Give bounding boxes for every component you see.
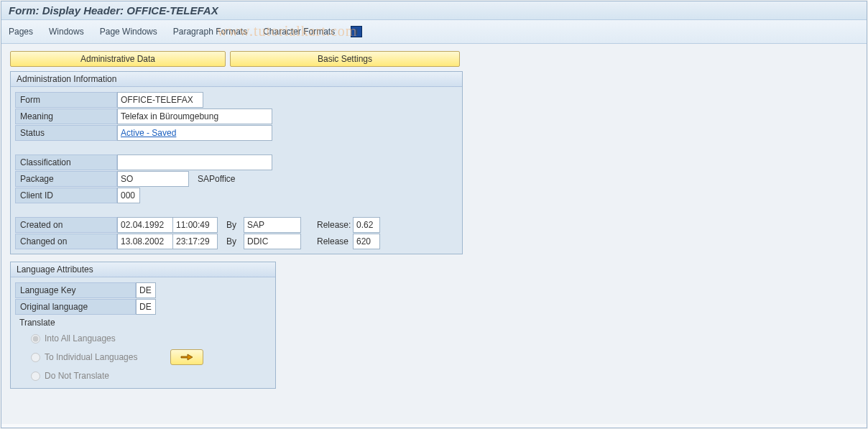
radio-label-none: Do Not Translate <box>45 371 109 381</box>
meaning-label: Meaning <box>15 109 117 124</box>
panel-header-admin: Administration Information <box>11 72 462 87</box>
language-key-field[interactable]: DE <box>136 282 156 298</box>
created-on-time[interactable]: 11:00:49 <box>173 217 218 233</box>
changed-on-time[interactable]: 23:17:29 <box>173 234 218 249</box>
tab-basic-settings[interactable]: Basic Settings <box>230 51 460 67</box>
radio-do-not-translate[interactable] <box>31 372 40 381</box>
client-id-field[interactable]: 000 <box>117 188 140 203</box>
radio-label-all: Into All Languages <box>45 333 116 343</box>
app-window: Form: Display Header: OFFICE-TELEFAX Pag… <box>1 1 867 428</box>
form-label: Form <box>15 92 117 108</box>
menubar: Pages Windows Page Windows Paragraph For… <box>1 20 867 44</box>
form-field[interactable]: OFFICE-TELEFAX <box>117 92 203 108</box>
panel-body-admin: Form OFFICE-TELEFAX Meaning Telefax in B… <box>11 87 462 254</box>
created-by-field[interactable]: SAP <box>244 217 301 233</box>
original-language-label: Original language <box>15 299 136 315</box>
changed-on-label: Changed on <box>15 234 117 249</box>
status-field[interactable]: Active - Saved <box>117 125 272 141</box>
panel-language-attributes: Language Attributes Language Key DE Orig… <box>10 262 276 389</box>
created-release-field[interactable]: 0.62 <box>353 217 380 233</box>
status-label: Status <box>15 125 117 141</box>
classification-field[interactable] <box>117 154 272 170</box>
tab-row: Administrative Data Basic Settings <box>10 51 858 67</box>
classification-label: Classification <box>15 154 117 170</box>
changed-release-label: Release <box>301 236 353 246</box>
menu-character-formats[interactable]: Character Formats <box>263 27 335 37</box>
changed-release-field[interactable]: 620 <box>353 234 380 249</box>
individual-languages-button[interactable] <box>170 349 203 365</box>
changed-by-field[interactable]: DDIC <box>244 234 301 249</box>
translate-label: Translate <box>15 315 271 331</box>
package-desc: SAPoffice <box>189 174 242 184</box>
changed-on-date[interactable]: 13.08.2002 <box>117 234 173 249</box>
tab-administrative-data[interactable]: Administrative Data <box>10 51 226 67</box>
radio-into-all-languages[interactable] <box>31 334 40 343</box>
content-area: Administrative Data Basic Settings Admin… <box>1 44 867 424</box>
radio-to-individual-languages[interactable] <box>31 353 40 362</box>
radio-label-individual: To Individual Languages <box>45 352 137 362</box>
menu-paragraph-formats[interactable]: Paragraph Formats <box>173 27 247 37</box>
created-release-label: Release: <box>301 220 353 230</box>
client-id-label: Client ID <box>15 188 117 203</box>
created-on-label: Created on <box>15 217 117 233</box>
created-on-date[interactable]: 02.04.1992 <box>117 217 173 233</box>
meaning-field[interactable]: Telefax in Büroumgebung <box>117 109 272 124</box>
menu-pages[interactable]: Pages <box>9 27 33 37</box>
window-title: Form: Display Header: OFFICE-TELEFAX <box>1 1 867 20</box>
language-key-label: Language Key <box>15 282 136 298</box>
changed-by-label: By <box>218 236 244 246</box>
panel-header-lang: Language Attributes <box>11 262 275 277</box>
created-by-label: By <box>218 220 244 230</box>
original-language-field[interactable]: DE <box>136 299 156 315</box>
arrow-right-icon <box>180 353 193 361</box>
panel-body-lang: Language Key DE Original language DE Tra… <box>11 277 275 388</box>
package-label: Package <box>15 171 117 187</box>
menu-windows[interactable]: Windows <box>49 27 84 37</box>
package-field[interactable]: SO <box>117 171 189 187</box>
info-icon[interactable]: i <box>351 26 362 37</box>
menu-page-windows[interactable]: Page Windows <box>100 27 157 37</box>
panel-administration-information: Administration Information Form OFFICE-T… <box>10 71 463 254</box>
